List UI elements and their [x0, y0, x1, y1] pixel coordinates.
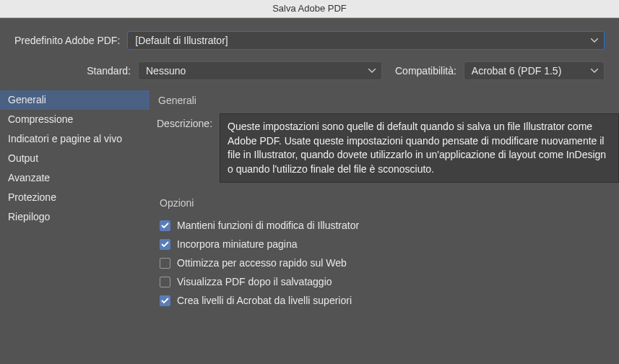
description-label: Descrizione:	[157, 113, 212, 129]
standard-select[interactable]: Nessuno	[138, 61, 382, 80]
sidebar-item-label: Indicatori e pagine al vivo	[8, 133, 122, 144]
sidebar-item-label: Output	[8, 152, 38, 164]
option-row: Ottimizza per accesso rapido sul Web	[160, 254, 619, 272]
option-row: Mantieni funzioni di modifica di Illustr…	[160, 216, 619, 235]
option-row: Crea livelli di Acrobat da livelli super…	[160, 291, 619, 310]
preset-value: [Default di Illustrator]	[135, 35, 228, 46]
option-label: Crea livelli di Acrobat da livelli super…	[177, 295, 352, 306]
checkbox[interactable]	[160, 277, 170, 287]
compat-value: Acrobat 6 (PDF 1.5)	[472, 65, 562, 77]
description-text: Queste impostazioni sono quelle di defau…	[220, 113, 619, 183]
preset-label: Predefinito Adobe PDF:	[14, 35, 120, 46]
chevron-down-icon	[368, 69, 376, 73]
sidebar-item[interactable]: Generali	[0, 90, 150, 110]
checkbox[interactable]	[160, 295, 170, 306]
sidebar-item-label: Riepilogo	[8, 211, 50, 222]
sidebar-item-label: Protezione	[8, 191, 56, 203]
option-label: Incorpora miniature pagina	[177, 238, 298, 250]
sidebar-item[interactable]: Indicatori e pagine al vivo	[0, 129, 150, 149]
sidebar-item-label: Compressione	[8, 113, 73, 125]
option-label: Ottimizza per accesso rapido sul Web	[177, 257, 347, 269]
sidebar: GeneraliCompressioneIndicatori e pagine …	[0, 90, 150, 317]
sidebar-item[interactable]: Riepilogo	[0, 207, 150, 227]
preset-select[interactable]: [Default di Illustrator]	[127, 31, 605, 50]
sidebar-item[interactable]: Protezione	[0, 188, 150, 207]
sidebar-item-label: Avanzate	[8, 172, 50, 183]
sidebar-item[interactable]: Avanzate	[0, 168, 150, 188]
window-title: Salva Adobe PDF	[0, 0, 619, 18]
checkbox[interactable]	[160, 239, 170, 250]
checkbox[interactable]	[160, 258, 170, 269]
option-label: Mantieni funzioni di modifica di Illustr…	[177, 220, 359, 231]
compat-select[interactable]: Acrobat 6 (PDF 1.5)	[464, 61, 605, 80]
standard-label: Standard:	[14, 65, 131, 77]
option-label: Visualizza PDF dopo il salvataggio	[177, 276, 332, 287]
chevron-down-icon	[591, 38, 598, 43]
chevron-down-icon	[591, 69, 598, 73]
section-title: Generali	[157, 95, 619, 113]
standard-value: Nessuno	[146, 65, 186, 77]
sidebar-item[interactable]: Output	[0, 149, 150, 168]
sidebar-item[interactable]: Compressione	[0, 110, 150, 129]
checkbox[interactable]	[160, 220, 170, 231]
option-row: Incorpora miniature pagina	[160, 235, 619, 254]
options-title: Opzioni	[160, 197, 619, 209]
sidebar-item-label: Generali	[8, 94, 46, 105]
compat-label: Compatibilità:	[395, 65, 456, 77]
option-row: Visualizza PDF dopo il salvataggio	[160, 272, 619, 291]
